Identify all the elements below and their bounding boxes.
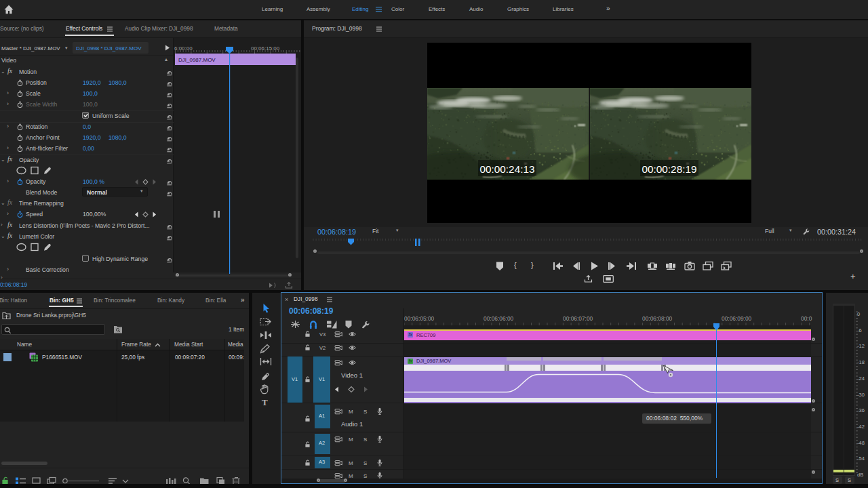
svg-text:DJI_0987.MOV: DJI_0987.MOV bbox=[178, 57, 216, 63]
svg-text:00:00:28:19: 00:00:28:19 bbox=[642, 163, 697, 175]
svg-text:00:00:24:13: 00:00:24:13 bbox=[480, 163, 535, 175]
